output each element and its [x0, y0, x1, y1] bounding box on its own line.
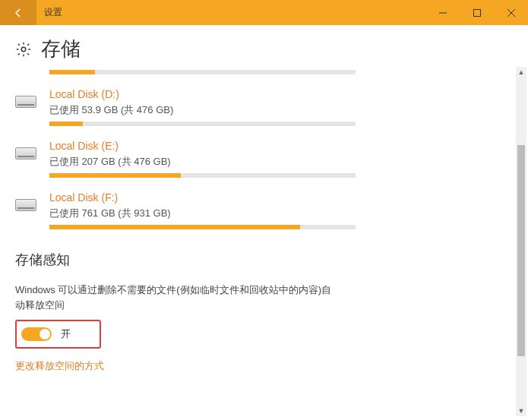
highlight-box: 开 [15, 320, 101, 349]
svg-point-4 [21, 47, 26, 52]
close-button[interactable] [494, 0, 528, 25]
scroll-content: Local Disk (D:) 已使用 53.9 GB (共 476 GB) L… [15, 70, 513, 373]
disk-item[interactable]: Local Disk (D:) 已使用 53.9 GB (共 476 GB) [15, 88, 513, 126]
disk-usage-text: 已使用 761 GB (共 931 GB) [49, 207, 513, 220]
disk-icon [15, 199, 36, 211]
usage-bar [49, 225, 356, 229]
disk-name: Local Disk (D:) [49, 88, 513, 100]
usage-bar-fill [49, 225, 300, 229]
back-button[interactable] [0, 0, 36, 25]
disk-item[interactable]: Local Disk (E:) 已使用 207 GB (共 476 GB) [15, 140, 513, 178]
page-title: 存储 [41, 36, 81, 62]
section-title-storage-sense: 存储感知 [15, 251, 513, 269]
usage-bar [49, 173, 356, 178]
disk-item[interactable]: Local Disk (F:) 已使用 761 GB (共 931 GB) [15, 191, 513, 229]
usage-bar-partial[interactable] [49, 70, 356, 74]
disk-icon [15, 96, 36, 108]
minimize-icon [439, 9, 447, 17]
storage-sense-toggle[interactable] [21, 327, 52, 341]
scroll-down-arrow-icon[interactable]: ▼ [516, 406, 526, 416]
disk-name: Local Disk (F:) [49, 191, 513, 204]
usage-bar-fill [49, 173, 181, 178]
section-description: Windows 可以通过删除不需要的文件(例如临时文件和回收站中的内容)自动释放… [15, 283, 334, 312]
page-header: 存储 [0, 25, 528, 70]
change-free-up-space-link[interactable]: 更改释放空间的方式 [15, 359, 513, 373]
vertical-scrollbar[interactable]: ▲ ▼ [516, 67, 526, 416]
maximize-icon [473, 9, 481, 17]
scrollbar-thumb[interactable] [517, 145, 525, 356]
disk-name: Local Disk (E:) [49, 140, 513, 152]
arrow-left-icon [13, 8, 24, 18]
usage-bar [49, 122, 356, 126]
content-area: Local Disk (D:) 已使用 53.9 GB (共 476 GB) L… [0, 70, 528, 420]
title-bar: 设置 [0, 0, 528, 25]
disk-usage-text: 已使用 53.9 GB (共 476 GB) [49, 103, 513, 117]
scroll-up-arrow-icon[interactable]: ▲ [516, 67, 526, 77]
svg-rect-1 [473, 9, 480, 16]
window-title: 设置 [44, 6, 62, 19]
gear-icon [15, 41, 32, 58]
usage-bar-fill [49, 70, 95, 74]
usage-bar-fill [49, 122, 83, 126]
maximize-button[interactable] [460, 0, 494, 25]
window-controls [425, 0, 528, 25]
disk-icon [15, 147, 36, 159]
disk-usage-text: 已使用 207 GB (共 476 GB) [49, 155, 513, 169]
close-icon [507, 9, 515, 17]
minimize-button[interactable] [425, 0, 460, 25]
toggle-state-label: 开 [61, 327, 71, 341]
storage-sense-toggle-row: 开 [18, 323, 98, 346]
